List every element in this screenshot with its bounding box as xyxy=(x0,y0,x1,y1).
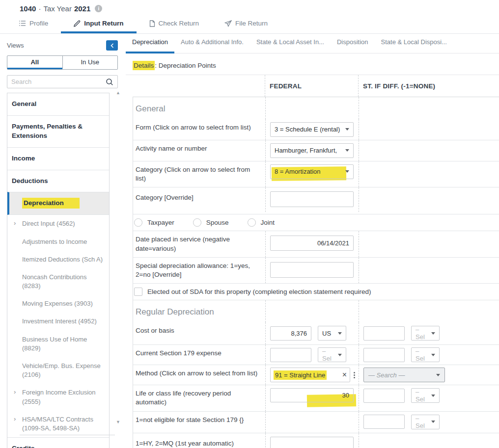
field-label: Date placed in service (negative date=va… xyxy=(133,231,265,257)
send-icon xyxy=(224,20,232,27)
category-select[interactable]: 8 = Amortization xyxy=(270,164,354,179)
sidebar-item-deductions[interactable]: Deductions xyxy=(7,170,109,192)
info-icon[interactable]: i xyxy=(95,5,102,12)
field-label: Method (Click on arrow to select from li… xyxy=(133,365,265,385)
sidebar-item-payments-penalties[interactable]: Payments, Penalties & Extensions xyxy=(7,115,109,147)
sidebar-item-adjustments-to-income[interactable]: Adjustments to Income xyxy=(7,233,109,251)
sidebar-item-itemized-deductions[interactable]: Itemized Deductions (Sch A) xyxy=(7,251,109,268)
cost-source-select[interactable]: US xyxy=(318,326,346,341)
special-depreciation-allowance-input[interactable] xyxy=(270,262,354,278)
subtab-disposition[interactable]: Disposition xyxy=(331,34,375,53)
details-value: Depreciation Points xyxy=(159,62,216,69)
hy-mq-input[interactable] xyxy=(270,437,354,448)
field-label: 1=not eligible for state Section 179 {} xyxy=(133,412,265,433)
form-row: Special depreciation allowance: 1=yes, 2… xyxy=(133,258,499,284)
radio-spouse[interactable]: Spouse xyxy=(193,218,229,227)
sidebar-item-moving-expenses[interactable]: Moving Expenses (3903) xyxy=(7,295,109,313)
tab-profile[interactable]: Profile xyxy=(6,16,61,33)
category-override-input[interactable] xyxy=(270,191,354,207)
section-title-regular-depreciation: Regular Depreciation xyxy=(133,300,265,322)
sidebar-item-hsa-msa-ltc-contracts[interactable]: ›HSA/MSA/LTC Contracts (1099-SA, 5498-SA… xyxy=(7,411,109,437)
highlight-marker: Depreciation xyxy=(22,198,80,209)
details-label: Details xyxy=(133,61,155,70)
sidebar-item-income[interactable]: Income xyxy=(7,147,109,170)
tab-check-return[interactable]: Check Return xyxy=(137,16,212,33)
document-icon xyxy=(149,20,155,27)
field-label: Category (Click on arrow to select from … xyxy=(133,161,265,187)
activity-select[interactable]: Hamburger, Frankfurt, xyxy=(270,143,354,158)
subtab-state-local-disposition[interactable]: State & Local Disposi... xyxy=(375,34,453,53)
sidebar-collapse-button[interactable] xyxy=(106,40,118,51)
date-placed-in-service-input[interactable] xyxy=(270,236,354,251)
kebab-menu-icon[interactable] xyxy=(354,372,355,378)
form-row: Life or class life (recovery period auto… xyxy=(133,385,499,411)
radio-circle-icon xyxy=(193,218,201,227)
views-filter-toggle: All In Use xyxy=(7,55,118,70)
life-or-class-life-input[interactable] xyxy=(270,388,354,402)
search-input[interactable] xyxy=(11,78,106,85)
left-sidebar: Views All In Use General Payments, Penal… xyxy=(0,34,126,448)
form-select[interactable]: 3 = Schedule E (rental) xyxy=(270,122,354,137)
form-row: Activity name or number Hamburger, Frank… xyxy=(133,140,499,161)
profile-list-icon xyxy=(19,20,26,26)
tax-year-label: Tax Year xyxy=(43,4,72,13)
radio-joint[interactable]: Joint xyxy=(248,218,275,227)
sidebar-item-foreign-income-exclusion[interactable]: ›Foreign Income Exclusion (2555) xyxy=(7,384,109,410)
scroll-up-icon[interactable]: ▲ xyxy=(116,90,120,95)
radio-taxpayer[interactable]: Taxpayer xyxy=(134,218,174,227)
sidebar-item-direct-input[interactable]: ›Direct Input (4562) xyxy=(7,215,109,233)
subtab-depreciation[interactable]: Depreciation xyxy=(126,34,174,53)
scroll-down-icon[interactable]: ▼ xyxy=(116,420,120,424)
form-row: Date placed in service (negative date=va… xyxy=(133,231,499,257)
cost-state-select[interactable]: – Sel xyxy=(411,326,440,341)
sidebar-item-business-use-of-home[interactable]: Business Use of Home (8829) xyxy=(7,331,109,357)
sidebar-item-credits[interactable]: Credits xyxy=(7,437,109,448)
chevron-down-icon xyxy=(345,128,349,131)
sidebar-item-vehicle-emp-bus-expense[interactable]: Vehicle/Emp. Bus. Expense (2106) xyxy=(7,357,109,384)
sidebar-item-investment-interest[interactable]: Investment Interest (4952) xyxy=(7,313,109,330)
field-label: Category [Override] xyxy=(133,187,265,212)
checkbox-label: Elected out of SDA for this property (co… xyxy=(147,288,371,295)
chevron-down-icon xyxy=(338,354,342,356)
subtab-state-local-asset-info[interactable]: State & Local Asset In... xyxy=(250,34,331,53)
section-179-select[interactable]: – Sel xyxy=(318,347,346,362)
chevron-right-icon: › xyxy=(14,415,16,423)
form-row: Cost or basis US – Sel xyxy=(133,322,499,345)
sidebar-item-noncash-contributions[interactable]: Noncash Contributions (8283) xyxy=(7,268,109,295)
chevron-right-icon: › xyxy=(14,388,16,396)
cost-or-basis-state-input[interactable] xyxy=(363,326,405,341)
tab-input-return[interactable]: Input Return xyxy=(61,16,136,33)
search-icon xyxy=(106,78,113,86)
chevron-left-icon xyxy=(111,43,114,48)
field-label: Current Section 179 expense xyxy=(133,345,265,365)
life-state-input[interactable] xyxy=(363,389,405,403)
sidebar-item-depreciation[interactable]: Depreciation xyxy=(7,192,109,215)
section-179-state-select[interactable]: – Sel xyxy=(411,347,440,362)
form-row: Method (Click on arrow to select from li… xyxy=(133,365,499,385)
form-row: Category (Click on arrow to select from … xyxy=(133,161,499,187)
top-navigation: Profile Input Return Check Return File R… xyxy=(0,16,499,34)
main-content: Depreciation Auto & Additional Info. Sta… xyxy=(126,34,499,448)
state-section-179-select[interactable]: – Sel xyxy=(411,415,440,429)
state-section-179-input[interactable] xyxy=(363,415,405,429)
sidebar-divider xyxy=(20,435,115,435)
method-state-search-select[interactable]: — Search — xyxy=(363,368,445,382)
section-179-input[interactable] xyxy=(270,348,311,362)
section-179-state-input[interactable] xyxy=(363,348,405,362)
federal-column-header: FEDERAL xyxy=(270,82,302,90)
filter-tab-all[interactable]: All xyxy=(7,56,62,69)
radio-circle-icon xyxy=(134,218,142,227)
tab-file-return[interactable]: File Return xyxy=(212,16,280,33)
sidebar-item-general[interactable]: General xyxy=(7,93,109,115)
title-separator: · xyxy=(38,4,41,13)
filter-tab-in-use[interactable]: In Use xyxy=(62,56,118,69)
close-icon[interactable]: × xyxy=(342,371,347,379)
method-combo-input[interactable]: 91 = Straight Line × xyxy=(270,368,350,382)
field-label: 1=HY, 2=MQ (1st year automatic) xyxy=(133,433,265,448)
elected-out-sda-checkbox[interactable] xyxy=(134,288,142,296)
state-column-header: ST. IF DIFF. (-1=NONE) xyxy=(363,82,435,90)
life-state-select[interactable]: – Sel xyxy=(411,388,440,403)
cost-or-basis-input[interactable] xyxy=(270,326,311,341)
subtab-auto-additional-info[interactable]: Auto & Additional Info. xyxy=(174,34,250,53)
chevron-down-icon xyxy=(345,149,349,152)
